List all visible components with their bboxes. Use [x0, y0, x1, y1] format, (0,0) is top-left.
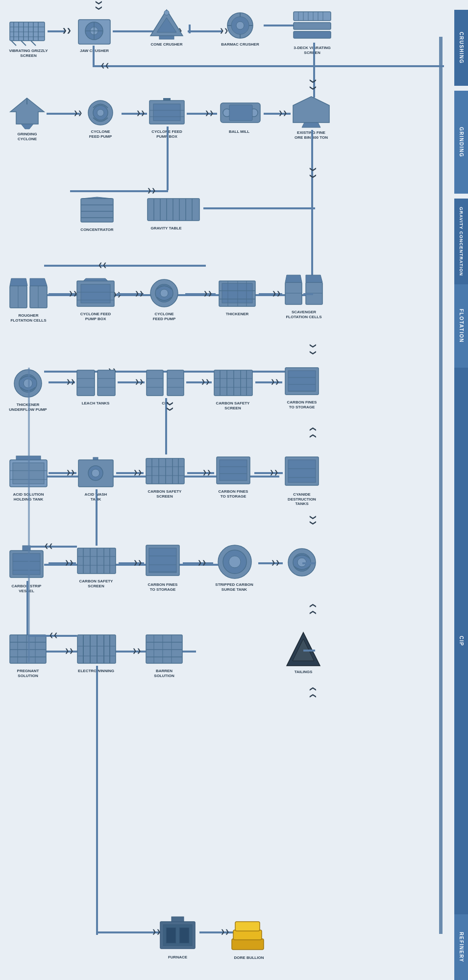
arrow-cip3-h2: ❯❯	[133, 559, 142, 566]
arrow-cip2-h2: ❯❯	[133, 469, 142, 476]
pipe-cip2-h4	[254, 472, 283, 474]
thickener-label: THICKENER	[218, 312, 256, 317]
svg-rect-98	[77, 370, 95, 396]
process-diagram: CRUSHING GRINDING GRAVITY CONCENTRATION …	[0, 0, 468, 980]
arrow-cip3-h1: ❯❯	[65, 559, 74, 566]
svg-rect-45	[153, 104, 180, 121]
arrow-flot-h3: ❯❯	[203, 290, 212, 297]
pipe-jaw-down	[93, 46, 95, 65]
svg-marker-38	[293, 97, 329, 123]
section-label-cip: CIP	[454, 368, 468, 914]
svg-rect-201	[232, 939, 264, 950]
svg-rect-55	[81, 199, 113, 222]
cyclone-pumpbox2-label: CYCLONE FEEDPUMP BOX	[76, 312, 115, 321]
carbon-safety-screen3-label: CARBON SAFETYSCREEN	[76, 579, 116, 588]
pipe-electro-furnace	[96, 929, 98, 935]
arrow-cip-h4: ❯❯	[271, 378, 279, 385]
svg-rect-162	[149, 548, 176, 573]
cone-crusher: CONE CRUSHER	[149, 9, 184, 47]
pipe-pumpbox-down	[167, 126, 169, 190]
arrow-grind-h1: ❯❯	[74, 110, 82, 116]
carbon-safety-screen2: CARBON SAFETYSCREEN	[145, 456, 185, 499]
carbon-safety-screen1: CARBON SAFETYSCREEN	[213, 368, 253, 410]
svg-line-11	[21, 41, 26, 46]
cyclone-feed-pump: CYCLONEFEED PUMP	[81, 98, 120, 139]
arrow-cip4-h1: ❯❯	[65, 648, 74, 654]
arrow-main-v1: ❯❯	[310, 78, 317, 92]
dore-bullion-label: DORE BULLION	[229, 955, 269, 960]
svg-marker-71	[30, 278, 47, 286]
svg-marker-70	[10, 278, 27, 286]
cyanide-destruction-tanks: CYANIDEDESTRUCTIONTANKS	[284, 456, 320, 506]
svg-marker-59	[82, 197, 112, 199]
arrow-gravity-bottom: ❮❮	[98, 262, 107, 268]
svg-rect-30	[294, 23, 331, 29]
grinding-cyclone: GRINDINGCYCLONE	[9, 97, 46, 141]
arrow-cip-h3: ❯❯	[201, 378, 210, 385]
arrow-cip4-h2: ❯❯	[132, 648, 141, 654]
svg-rect-20	[159, 36, 174, 39]
main-vertical-pipe	[439, 37, 443, 934]
arrow-flot-h4: ❯❯	[272, 290, 281, 297]
pipe-tailings-right	[303, 650, 315, 652]
cyclone-pump-label: CYCLONEFEED PUMP	[81, 129, 120, 139]
arrow-flot-h1: ❯❯	[69, 290, 77, 297]
section-label-gravity: GRAVITY CONCENTRATION	[454, 199, 468, 284]
arrow-return-h1: ❮❮	[44, 543, 53, 549]
rougher-flotation-cells: ROUGHERFLOTATION CELLS	[9, 278, 48, 323]
barren-solution-label: BARRENSOLUTION	[145, 669, 183, 678]
pregnant-solution-label: PREGNANTSOLUTION	[9, 669, 47, 678]
carbon-safety-screen2-label: CARBON SAFETYSCREEN	[145, 489, 184, 499]
arrow-cip-main1: ❯❯	[310, 515, 317, 526]
arrow-return-h2: ❮❮	[49, 632, 58, 638]
svg-rect-203	[235, 922, 260, 931]
stripped-carbon-surge-tank: STRIPPED CARBONSURGE TANK	[215, 544, 255, 592]
carbon-fines-storage3-label: CARBON FINESTO STORAGE	[145, 582, 180, 592]
arrow-cip3-h4: ❯❯	[271, 559, 280, 566]
arrow-cip3-h3: ❯❯	[197, 559, 206, 566]
arrow-cip-down1: ❯❯	[167, 401, 174, 412]
cone-crusher-label: CONE CRUSHER	[149, 42, 184, 47]
rougher-flotation-label: ROUGHERFLOTATION CELLS	[9, 313, 48, 323]
svg-rect-200	[179, 928, 189, 943]
section-label-grinding: GRINDING	[454, 91, 468, 194]
pipe-gravity-right	[203, 207, 315, 209]
tailings-label: TAILINGS	[286, 670, 321, 675]
pipe-cyanide-right	[302, 472, 315, 474]
gravity-table-label: GRAVITY TABLE	[147, 226, 186, 231]
arrow-crushing-bottom: ❮❮	[100, 62, 109, 69]
svg-rect-131	[93, 457, 98, 460]
concentrator: CONCENTRATOR	[80, 196, 114, 232]
svg-marker-92	[306, 275, 322, 282]
furnace: FURNACE	[159, 917, 196, 960]
pipe-3deck-right	[313, 65, 444, 67]
svg-rect-199	[166, 928, 176, 943]
svg-point-24	[236, 22, 244, 29]
svg-rect-198	[172, 917, 184, 922]
arrow-main-v6: ❮❮	[310, 686, 317, 700]
svg-marker-53	[21, 124, 33, 129]
arrow-cip2-h1: ❯❯	[66, 469, 75, 476]
leach-tanks-label: LEACH TANKS	[76, 401, 115, 406]
svg-rect-83	[222, 283, 252, 303]
svg-rect-31	[294, 31, 331, 38]
ball-mill-label: BALL MILL	[220, 129, 259, 134]
carbon-safety-screen3: CARBON SAFETYSCREEN	[76, 546, 117, 588]
svg-rect-104	[147, 370, 163, 396]
section-label-refinery: REFINERY	[454, 914, 468, 980]
dore-bullion: DORE BULLION	[229, 919, 269, 960]
arrow-gravity-h1: ❯❯	[147, 187, 156, 194]
svg-point-51	[97, 109, 104, 116]
arrow-main-v5: ❮❮	[310, 603, 317, 617]
arrow-main-v2: ❯❯	[310, 167, 317, 180]
svg-rect-141	[220, 460, 247, 480]
svg-rect-29	[294, 12, 331, 21]
pipe-top-h2	[188, 30, 222, 32]
svg-rect-145	[288, 460, 316, 482]
barren-solution: BARRENSOLUTION	[145, 632, 183, 678]
pipe-gravity-bottom	[44, 265, 206, 267]
tailings: TAILINGS	[286, 631, 321, 675]
svg-rect-119	[288, 371, 316, 391]
barmac-crusher: BARMAC CRUSHER	[221, 11, 260, 47]
pipe-scavenger-right	[303, 293, 313, 295]
